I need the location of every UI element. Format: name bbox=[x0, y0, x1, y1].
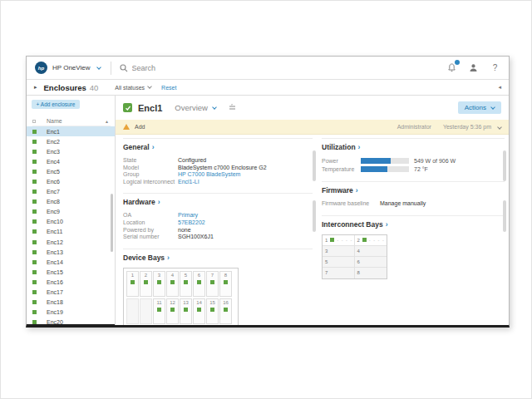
enclosure-row[interactable]: Enc20 bbox=[27, 318, 115, 325]
enclosure-row[interactable]: Enc1 bbox=[27, 126, 115, 136]
hardware-section: Hardware › OAPrimaryLocation57EB2202Powe… bbox=[123, 193, 313, 248]
interconnect-module-text: - - - - bbox=[337, 238, 352, 243]
status-ok-icon bbox=[184, 308, 188, 312]
left-column-scrollbar[interactable] bbox=[313, 150, 316, 181]
list-header[interactable]: Name ▲ bbox=[32, 116, 111, 126]
screen: hp HP OneView bbox=[0, 0, 532, 399]
add-enclosure-button[interactable]: + Add enclosure bbox=[32, 100, 80, 109]
enclosure-row[interactable]: Enc3 bbox=[27, 146, 115, 156]
status-ok-icon bbox=[197, 280, 201, 284]
collapse-panel-icon[interactable]: ◂ bbox=[498, 84, 501, 91]
device-bays-section-header[interactable]: Device Bays › bbox=[123, 254, 313, 262]
general-section-header[interactable]: General › bbox=[123, 143, 313, 151]
interconnect-bay-number: 8 bbox=[357, 270, 360, 275]
detail-value-link[interactable]: 57EB2202 bbox=[178, 219, 205, 227]
status-ok-icon bbox=[32, 260, 37, 264]
detail-row: Logical interconnectEncl1-LI bbox=[123, 179, 313, 186]
actions-button[interactable]: Actions bbox=[458, 101, 501, 114]
status-ok-icon bbox=[32, 290, 37, 294]
status-ok-icon bbox=[224, 280, 228, 284]
enclosure-row[interactable]: Enc8 bbox=[27, 197, 115, 207]
section-arrow-icon: › bbox=[158, 198, 160, 206]
enclosure-row[interactable]: Enc19 bbox=[27, 308, 115, 318]
hardware-section-header[interactable]: Hardware › bbox=[123, 198, 313, 206]
enclosure-name: Enc17 bbox=[47, 289, 63, 295]
enclosure-row[interactable]: Enc4 bbox=[27, 156, 115, 166]
device-bay-number: 2 bbox=[145, 273, 147, 278]
device-bay-empty bbox=[140, 298, 152, 324]
enclosure-row[interactable]: Enc7 bbox=[27, 187, 115, 197]
sidebar-scrollbar[interactable] bbox=[111, 194, 113, 252]
detail-label: Location bbox=[123, 219, 178, 227]
detail-value-link[interactable]: Primary bbox=[178, 212, 198, 219]
enclosure-name: Enc11 bbox=[47, 229, 62, 234]
enclosure-row[interactable]: Enc9 bbox=[27, 207, 115, 217]
interconnect-bay-number: 1 bbox=[325, 238, 328, 243]
overview-content: General › StateConfiguredModelBladeSyste… bbox=[116, 135, 509, 325]
activity-banner[interactable]: Add Administrator Yesterday 5:36 pm bbox=[116, 120, 509, 135]
detail-row: Firmware baselineManage manually bbox=[322, 200, 505, 208]
reset-filter-link[interactable]: Reset bbox=[161, 85, 176, 91]
enclosure-row[interactable]: Enc14 bbox=[27, 257, 115, 267]
search-input[interactable] bbox=[132, 64, 298, 72]
status-ok-icon bbox=[32, 180, 37, 184]
hardware-rows: OAPrimaryLocation57EB2202Powered bynoneS… bbox=[123, 212, 313, 240]
alerts-bell-icon[interactable] bbox=[446, 62, 457, 73]
enclosure-name: Enc20 bbox=[47, 319, 63, 325]
user-menu-icon[interactable] bbox=[468, 62, 479, 73]
detail-label: Powered by bbox=[123, 227, 178, 234]
interconnect-bays-section-header[interactable]: Interconnect Bays › bbox=[322, 220, 505, 229]
detail-row: GroupHP C7000 BladeSystem bbox=[123, 171, 313, 179]
enclosure-row[interactable]: Enc12 bbox=[27, 237, 115, 247]
device-bay-number: 15 bbox=[209, 300, 215, 306]
top-icons: ? bbox=[446, 62, 500, 73]
status-ok-icon bbox=[131, 280, 135, 284]
enclosure-row[interactable]: Enc15 bbox=[27, 267, 115, 277]
page-title: Enclosures bbox=[44, 83, 86, 92]
utilization-bar bbox=[361, 166, 409, 172]
device-bay-number: 11 bbox=[156, 300, 161, 306]
right-column-scrollbar[interactable] bbox=[503, 150, 506, 181]
map-view-icon[interactable] bbox=[229, 104, 236, 111]
enclosure-row[interactable]: Enc17 bbox=[27, 288, 115, 298]
enclosure-name: Enc13 bbox=[47, 249, 63, 255]
status-ok-icon bbox=[32, 250, 37, 254]
utilization-section-header[interactable]: Utilization › bbox=[322, 143, 505, 151]
device-bay-occupied: 11 bbox=[153, 298, 165, 324]
status-ok-icon bbox=[224, 308, 228, 312]
sort-ascending-icon: ▲ bbox=[105, 119, 109, 124]
enclosure-row[interactable]: Enc10 bbox=[27, 217, 115, 227]
enclosure-name: Enc14 bbox=[47, 259, 63, 265]
right-column-scrollbar[interactable] bbox=[503, 200, 506, 232]
warning-triangle-icon bbox=[123, 124, 130, 130]
device-bay-occupied: 2 bbox=[140, 271, 152, 297]
status-ok-icon bbox=[184, 280, 188, 284]
top-bar: hp HP OneView bbox=[27, 57, 509, 80]
enclosure-row[interactable]: Enc18 bbox=[27, 298, 115, 308]
help-icon[interactable]: ? bbox=[490, 62, 500, 73]
status-column-icon bbox=[32, 120, 36, 123]
actions-chevron-down-icon bbox=[490, 105, 495, 110]
left-column-scrollbar[interactable] bbox=[313, 200, 316, 232]
view-selector-dropdown[interactable]: Overview bbox=[175, 103, 216, 112]
enclosure-row[interactable]: Enc13 bbox=[27, 247, 115, 257]
interconnect-bay-empty: 3 bbox=[323, 246, 355, 257]
device-bay-occupied: 16 bbox=[219, 298, 232, 324]
enclosure-row[interactable]: Enc16 bbox=[27, 277, 115, 287]
enclosure-name: Enc15 bbox=[47, 269, 63, 275]
detail-value-link[interactable]: HP C7000 BladeSystem bbox=[178, 171, 240, 179]
enclosure-row[interactable]: Enc5 bbox=[27, 166, 115, 176]
brand-menu-chevron-down-icon[interactable] bbox=[96, 65, 101, 70]
firmware-section-header[interactable]: Firmware › bbox=[322, 186, 505, 195]
expand-menu-icon[interactable]: ▸ bbox=[34, 84, 37, 91]
enclosure-row[interactable]: Enc2 bbox=[27, 136, 115, 146]
detail-value-link[interactable]: Encl1-LI bbox=[178, 179, 200, 186]
enclosure-row[interactable]: Enc11 bbox=[27, 227, 115, 237]
interconnect-bay-number: 2 bbox=[357, 238, 360, 243]
status-ok-icon bbox=[32, 300, 37, 304]
enclosure-row[interactable]: Enc6 bbox=[27, 176, 115, 186]
brand-title: HP OneView bbox=[52, 64, 91, 71]
main-panel: Encl1 Overview Actions bbox=[116, 96, 509, 325]
status-ok-icon bbox=[170, 280, 175, 284]
status-filter-dropdown[interactable]: All statuses bbox=[115, 85, 151, 91]
